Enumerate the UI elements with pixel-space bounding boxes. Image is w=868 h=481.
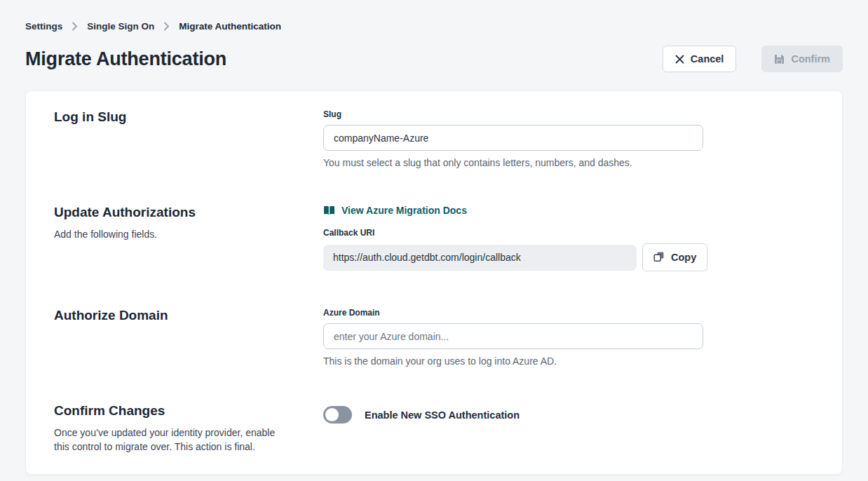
breadcrumb: Settings Single Sign On Migrate Authenti…: [25, 21, 843, 32]
breadcrumb-single-sign-on[interactable]: Single Sign On: [87, 21, 154, 32]
slug-input[interactable]: [323, 125, 703, 151]
title-row: Migrate Authentication Cancel: [25, 46, 843, 72]
breadcrumb-settings[interactable]: Settings: [25, 21, 62, 32]
login-slug-heading: Log in Slug: [54, 109, 295, 125]
update-authorizations-heading: Update Authorizations: [54, 205, 295, 220]
callback-uri-value: https://auth.cloud.getdbt.com/login/call…: [323, 245, 637, 271]
docs-link-label: View Azure Migration Docs: [341, 205, 467, 216]
settings-card: Log in Slug Slug You must select a slug …: [25, 90, 843, 475]
view-azure-migration-docs-link[interactable]: View Azure Migration Docs: [323, 205, 467, 216]
slug-helper-text: You must select a slug that only contain…: [323, 157, 703, 168]
header-actions: Cancel Confirm: [663, 46, 843, 72]
chevron-right-icon: [163, 22, 170, 31]
toggle-knob: [325, 408, 339, 421]
breadcrumb-migrate-authentication: Migrate Authentication: [179, 21, 281, 32]
confirm-button[interactable]: Confirm: [761, 46, 843, 72]
migrate-authentication-page: Settings Single Sign On Migrate Authenti…: [0, 0, 868, 481]
cancel-button[interactable]: Cancel: [663, 46, 737, 72]
azure-domain-input[interactable]: [323, 323, 703, 349]
chevron-right-icon: [72, 22, 78, 31]
callback-uri-row: https://auth.cloud.getdbt.com/login/call…: [323, 243, 707, 271]
cancel-button-label: Cancel: [691, 53, 724, 65]
copy-button[interactable]: Copy: [642, 243, 707, 271]
section-update-authorizations: Update Authorizations Add the following …: [26, 205, 842, 271]
azure-domain-label: Azure Domain: [323, 308, 703, 318]
confirm-changes-heading: Confirm Changes: [54, 403, 295, 419]
enable-sso-toggle-label: Enable New SSO Authentication: [365, 409, 520, 421]
enable-sso-toggle[interactable]: [323, 406, 352, 424]
callback-uri-label: Callback URI: [323, 228, 707, 238]
update-authorizations-description: Add the following fields.: [54, 227, 292, 241]
copy-button-label: Copy: [671, 252, 696, 263]
x-icon: [675, 55, 684, 64]
page-title: Migrate Authentication: [25, 48, 226, 70]
sso-toggle-row: Enable New SSO Authentication: [323, 406, 703, 424]
copy-icon: [653, 251, 665, 264]
confirm-changes-description: Once you’ve updated your identity provid…: [54, 426, 292, 454]
slug-label: Slug: [323, 109, 703, 119]
authorize-domain-heading: Authorize Domain: [54, 308, 295, 323]
page-header: Settings Single Sign On Migrate Authenti…: [0, 0, 868, 72]
section-authorize-domain: Authorize Domain Azure Domain This is th…: [26, 308, 842, 367]
confirm-button-label: Confirm: [791, 53, 830, 65]
section-confirm-changes: Confirm Changes Once you’ve updated your…: [26, 403, 842, 454]
section-login-slug: Log in Slug Slug You must select a slug …: [26, 109, 842, 168]
book-icon: [323, 205, 335, 215]
save-icon: [774, 54, 785, 65]
azure-domain-helper-text: This is the domain your org uses to log …: [323, 355, 703, 367]
